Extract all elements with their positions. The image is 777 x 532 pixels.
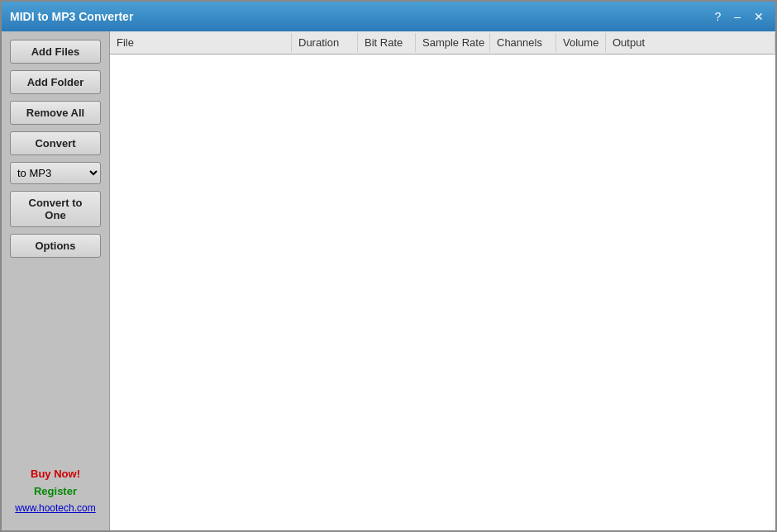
website-link[interactable]: www.hootech.com (15, 502, 95, 514)
sidebar-links: Buy Now! Register www.hootech.com (15, 468, 95, 522)
add-files-button[interactable]: Add Files (10, 40, 101, 64)
table-header: File Duration Bit Rate Sample Rate Chann… (110, 31, 775, 55)
options-button[interactable]: Options (10, 234, 101, 258)
col-header-file: File (110, 33, 292, 52)
main-window: MIDI to MP3 Converter ? – ✕ Add Files Ad… (0, 0, 777, 532)
col-header-channels: Channels (490, 33, 556, 52)
sidebar: Add Files Add Folder Remove All Convert … (2, 31, 109, 530)
col-header-volume: Volume (556, 33, 606, 52)
help-button[interactable]: ? (711, 9, 724, 24)
content-area: Add Files Add Folder Remove All Convert … (2, 31, 775, 530)
remove-all-button[interactable]: Remove All (10, 101, 101, 125)
col-header-output: Output (606, 33, 775, 52)
col-header-bitrate: Bit Rate (358, 33, 416, 52)
col-header-samplerate: Sample Rate (416, 33, 490, 52)
buy-now-link[interactable]: Buy Now! (31, 468, 80, 480)
table-body (110, 55, 775, 530)
close-button[interactable]: ✕ (751, 9, 767, 24)
main-area: File Duration Bit Rate Sample Rate Chann… (109, 31, 775, 530)
title-bar: MIDI to MP3 Converter ? – ✕ (2, 2, 775, 31)
convert-button[interactable]: Convert (10, 131, 101, 155)
convert-to-one-button[interactable]: Convert to One (10, 191, 101, 227)
window-title: MIDI to MP3 Converter (10, 10, 133, 23)
col-header-duration: Duration (292, 33, 358, 52)
minimize-button[interactable]: – (731, 9, 744, 24)
register-link[interactable]: Register (34, 485, 77, 497)
format-select[interactable]: to MP3 to WAV to OGG to WMA to FLAC (10, 162, 101, 184)
window-controls: ? – ✕ (711, 9, 767, 24)
add-folder-button[interactable]: Add Folder (10, 70, 101, 94)
